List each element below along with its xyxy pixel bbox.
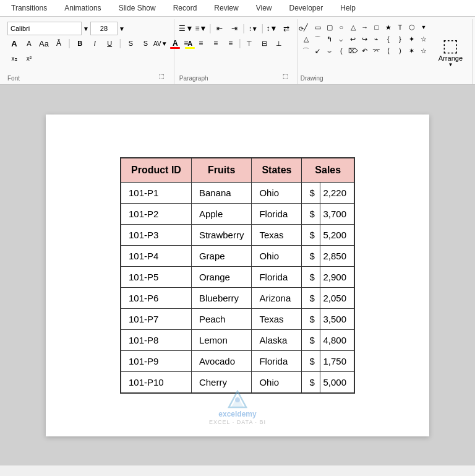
cell-state: Arizona bbox=[252, 288, 302, 309]
font-size-input[interactable] bbox=[90, 22, 118, 35]
shape-r2-10[interactable]: ✦ bbox=[406, 33, 417, 45]
align-right-btn[interactable]: ≡ bbox=[209, 37, 223, 50]
shape-r2-5[interactable]: ↩ bbox=[348, 33, 359, 45]
ribbon: Transitions Animations Slide Show Record… bbox=[0, 0, 475, 85]
shape-r2-4[interactable]: ⌵ bbox=[336, 33, 347, 45]
cell-dollar: $ bbox=[302, 351, 320, 372]
shape-r3-6[interactable]: ↶ bbox=[359, 45, 370, 56]
table-row: 101-P1 Banana Ohio $ 2,220 bbox=[121, 183, 354, 204]
bullets-btn[interactable]: ☰▼ bbox=[179, 22, 193, 35]
decrease-font-btn[interactable]: A bbox=[22, 37, 36, 50]
line-spacing-btn[interactable]: ↕▼ bbox=[265, 22, 278, 35]
spacing-btn[interactable]: AV▼ bbox=[153, 37, 167, 50]
shape-r2-2[interactable]: ⌒ bbox=[312, 33, 323, 45]
increase-font-btn[interactable]: A bbox=[7, 37, 21, 50]
shape-r2-8[interactable]: { bbox=[383, 33, 394, 45]
star-btn[interactable]: ★ bbox=[383, 22, 394, 33]
shape-r2-9[interactable]: } bbox=[395, 33, 406, 45]
columns-btn[interactable]: ⫶▼ bbox=[246, 22, 260, 35]
cell-amount: 2,050 bbox=[320, 288, 354, 309]
underline-btn[interactable]: U bbox=[103, 37, 116, 50]
rect-shape-btn[interactable]: ▭ bbox=[312, 22, 323, 33]
shape-r2-6[interactable]: ↪ bbox=[359, 33, 370, 45]
font-group: ▼ ▼ A A Aa Ā | B I U | S S AV▼ bbox=[2, 19, 174, 84]
font-name-input[interactable] bbox=[7, 22, 82, 35]
subscript-btn[interactable]: x₂ bbox=[7, 51, 21, 65]
font-dialog-btn[interactable]: ⬚ bbox=[155, 69, 169, 83]
textbox-btn[interactable]: T bbox=[395, 22, 406, 33]
shape-r3-5[interactable]: ⌦ bbox=[348, 45, 359, 56]
cell-dollar: $ bbox=[302, 288, 320, 309]
shape-r3-3[interactable]: ⌣ bbox=[324, 45, 335, 56]
shape-r3-8[interactable]: ⟨ bbox=[383, 45, 394, 56]
strikethrough-btn[interactable]: S bbox=[124, 37, 137, 50]
justify-btn[interactable]: ≡ bbox=[224, 37, 238, 50]
font-name-dropdown-icon[interactable]: ▼ bbox=[83, 25, 89, 32]
shape-r3-1[interactable]: ⌒ bbox=[301, 45, 312, 56]
callout-btn[interactable]: □ bbox=[371, 22, 382, 33]
arrange-btn[interactable]: ⬚ Arrange ▼ bbox=[432, 22, 469, 83]
shape-r3-11[interactable]: ☆ bbox=[418, 45, 429, 56]
text-dir-btn[interactable]: ⇄ bbox=[280, 22, 293, 35]
shape-r2-1[interactable]: △ bbox=[301, 33, 312, 45]
table-row: 101-P5 Orange Florida $ 2,900 bbox=[121, 267, 354, 288]
shape-r2-7[interactable]: ⌁ bbox=[371, 33, 382, 45]
rounded-rect-btn[interactable]: ▢ bbox=[324, 22, 335, 33]
table-row: 101-P7 Peach Texas $ 3,500 bbox=[121, 309, 354, 330]
tab-view[interactable]: View bbox=[247, 0, 281, 16]
decrease-indent-btn[interactable]: ⇤ bbox=[213, 22, 226, 35]
paragraph-group-label: Paragraph bbox=[179, 75, 208, 83]
shape-r3-2[interactable]: ↙ bbox=[312, 45, 323, 56]
oval-btn[interactable]: ○ bbox=[336, 22, 347, 33]
triangle-btn[interactable]: △ bbox=[348, 22, 359, 33]
line-shape-btn[interactable]: ╱ bbox=[301, 22, 312, 33]
tab-help[interactable]: Help bbox=[332, 0, 364, 16]
tab-transitions[interactable]: Transitions bbox=[2, 0, 56, 16]
tab-review[interactable]: Review bbox=[205, 0, 247, 16]
font-group-label: Font bbox=[7, 75, 20, 83]
clear-format-btn[interactable]: Ā bbox=[52, 37, 66, 50]
superscript-btn[interactable]: x² bbox=[22, 51, 36, 65]
more-shapes-btn[interactable]: ▼ bbox=[418, 22, 429, 33]
cell-dollar: $ bbox=[302, 204, 320, 225]
align-middle-btn[interactable]: ⊟ bbox=[257, 37, 271, 50]
font-size-dropdown-icon[interactable]: ▼ bbox=[119, 25, 125, 32]
arrange-icon: ⬚ bbox=[442, 37, 458, 54]
cell-state: Florida bbox=[252, 351, 302, 372]
slide-canvas[interactable]: Product ID Fruits States Sales 101-P1 Ba… bbox=[46, 115, 429, 436]
tab-animations[interactable]: Animations bbox=[56, 0, 109, 16]
cell-amount: 2,900 bbox=[320, 267, 354, 288]
tab-developer[interactable]: Developer bbox=[281, 0, 332, 16]
shape9-btn[interactable]: ⬡ bbox=[406, 22, 417, 33]
shape-r3-10[interactable]: ✶ bbox=[406, 45, 417, 56]
font-color-btn[interactable]: A bbox=[168, 37, 182, 50]
table-row: 101-P3 Strawberry Texas $ 5,200 bbox=[121, 225, 354, 246]
shadow-btn[interactable]: S bbox=[139, 37, 152, 50]
shape-r3-9[interactable]: ⟩ bbox=[395, 45, 406, 56]
col-header-sales: Sales bbox=[302, 158, 354, 183]
tab-record[interactable]: Record bbox=[165, 0, 206, 16]
cell-dollar: $ bbox=[302, 183, 320, 204]
table-row: 101-P6 Blueberry Arizona $ 2,050 bbox=[121, 288, 354, 309]
font-row-1: ▼ ▼ bbox=[7, 22, 197, 35]
right-arrow-btn[interactable]: → bbox=[359, 22, 370, 33]
shape-r2-3[interactable]: ↰ bbox=[324, 33, 335, 45]
watermark-line1: exceldemy bbox=[209, 410, 266, 420]
numbering-btn[interactable]: ≡▼ bbox=[194, 22, 208, 35]
highlight-btn[interactable]: A bbox=[183, 37, 197, 50]
cell-amount: 3,500 bbox=[320, 309, 354, 330]
table-row: 101-P9 Avocado Florida $ 1,750 bbox=[121, 351, 354, 372]
align-top-btn[interactable]: ⊤ bbox=[242, 37, 256, 50]
ribbon-content-area: ▼ ▼ A A Aa Ā | B I U | S S AV▼ bbox=[0, 17, 475, 85]
shape-r3-4[interactable]: ( bbox=[336, 45, 347, 56]
shape-r3-7[interactable]: ⌤ bbox=[371, 45, 382, 56]
ribbon-tab-bar: Transitions Animations Slide Show Record… bbox=[0, 0, 475, 17]
change-case-btn[interactable]: Aa bbox=[37, 37, 51, 50]
italic-btn[interactable]: I bbox=[88, 37, 101, 50]
shape-r2-11[interactable]: ☆ bbox=[418, 33, 429, 45]
tab-slideshow[interactable]: Slide Show bbox=[110, 0, 165, 16]
align-bottom-btn[interactable]: ⊥ bbox=[272, 37, 286, 50]
paragraph-dialog-btn[interactable]: ⬚ bbox=[279, 69, 293, 83]
bold-btn[interactable]: B bbox=[73, 37, 87, 50]
increase-indent-btn[interactable]: ⇥ bbox=[228, 22, 241, 35]
